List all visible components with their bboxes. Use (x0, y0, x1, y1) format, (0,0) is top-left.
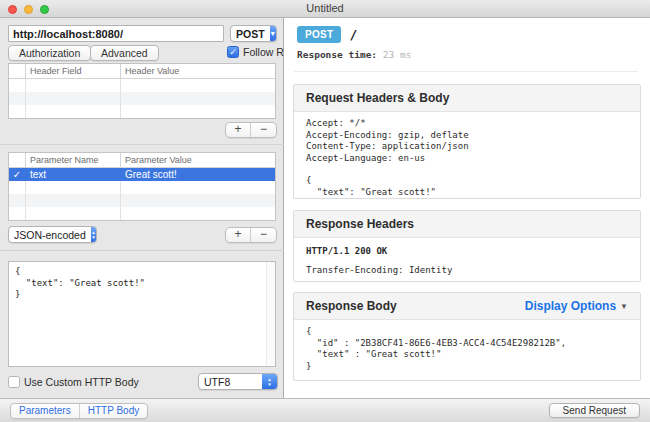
section-divider (0, 144, 284, 145)
method-select[interactable]: POST ▾ (230, 25, 277, 42)
tab-http-body[interactable]: HTTP Body (79, 404, 148, 418)
response-panel: POST / Response time: 23 ms Request Head… (284, 18, 650, 398)
headers-add-remove-buttons: + − (225, 122, 277, 138)
headers-table: Header Field Header Value (8, 63, 276, 119)
stepper-arrows-icon: ▲ ▼ (262, 374, 277, 389)
use-custom-body-checkbox[interactable]: Use Custom HTTP Body (8, 376, 139, 388)
section-title: Request Headers & Body (306, 91, 449, 105)
request-headers-content: Accept: */* Accept-Encoding: gzip, defla… (294, 112, 640, 199)
footer-bar: Parameters HTTP Body Send Request (0, 398, 650, 422)
remove-header-button[interactable]: − (251, 123, 276, 137)
table-row[interactable] (9, 92, 275, 105)
authorization-button[interactable]: Authorization (8, 45, 91, 61)
tab-parameters[interactable]: Parameters (11, 404, 79, 418)
checkbox-unchecked-icon (8, 376, 20, 388)
http-body-preview-text: { "text": "Great scott!" } (9, 262, 275, 305)
chevron-down-icon: ▾ (270, 26, 276, 41)
url-input[interactable] (8, 25, 224, 42)
table-row[interactable] (9, 194, 275, 207)
scrollbar[interactable] (266, 262, 275, 366)
headers-checkbox-column[interactable] (9, 64, 26, 78)
parameter-name-column-header[interactable]: Parameter Name (26, 153, 121, 167)
remove-parameter-button[interactable]: − (251, 228, 276, 242)
display-options-label: Display Options (525, 299, 616, 313)
charset-select-value: UTF8 (199, 376, 262, 388)
encoding-select-value: JSON-encoded (9, 229, 91, 241)
table-row-selected[interactable]: ✓ text Great scott! (9, 168, 275, 181)
method-badge: POST (297, 26, 341, 43)
request-headers-section: Request Headers & Body Accept: */* Accep… (293, 84, 641, 199)
add-parameter-button[interactable]: + (226, 228, 251, 242)
method-select-value: POST (231, 28, 270, 40)
headers-table-header: Header Field Header Value (9, 64, 275, 79)
display-options-dropdown[interactable]: Display Options ▼ (525, 299, 628, 313)
encoding-select[interactable]: JSON-encoded ▲ ▼ (8, 226, 97, 243)
table-row[interactable] (9, 207, 275, 220)
minimize-window-button[interactable] (24, 5, 33, 14)
stepper-arrows-icon: ▲ ▼ (91, 227, 96, 242)
caret-down-icon: ▼ (620, 302, 628, 311)
response-body-section-header: Response Body Display Options ▼ (294, 293, 640, 320)
response-body-text: { "id" : "2B38CF41-86E6-4EB3-ACC4-4C54E2… (306, 326, 628, 372)
request-headers-text: Accept: */* Accept-Encoding: gzip, defla… (306, 118, 628, 164)
request-body-text: { "text": "Great scott!" } (306, 175, 628, 199)
use-custom-body-label: Use Custom HTTP Body (24, 376, 139, 388)
close-window-button[interactable] (8, 5, 17, 14)
parameter-value-column-header[interactable]: Parameter Value (121, 153, 275, 167)
parameters-table-header: Parameter Name Parameter Value (9, 153, 275, 168)
response-body-section: Response Body Display Options ▼ { "id" :… (293, 292, 641, 381)
response-time-value: 23 ms (383, 49, 412, 60)
divider (294, 71, 638, 72)
request-path: / (349, 27, 357, 42)
table-row[interactable] (9, 181, 275, 194)
window-controls (8, 5, 49, 14)
table-row[interactable] (9, 79, 275, 92)
window-title: Untitled (0, 0, 650, 17)
status-line: HTTP/1.1 200 OK (306, 246, 628, 258)
advanced-button[interactable]: Advanced (90, 45, 159, 61)
request-headers-section-header: Request Headers & Body (294, 85, 640, 112)
headers-field-column-header[interactable]: Header Field (26, 64, 121, 78)
send-request-button[interactable]: Send Request (549, 403, 640, 418)
charset-select[interactable]: UTF8 ▲ ▼ (198, 373, 278, 390)
row-enabled-check-icon[interactable]: ✓ (13, 169, 21, 180)
request-summary: POST / (297, 26, 357, 43)
request-builder-panel: POST ▾ Authorization Advanced ✓ Follow R… (0, 18, 284, 398)
response-headers-section: Response Headers HTTP/1.1 200 OK Transfe… (293, 210, 641, 282)
parameter-value-cell: Great scott! (121, 168, 275, 181)
response-body-content: { "id" : "2B38CF41-86E6-4EB3-ACC4-4C54E2… (294, 320, 640, 378)
add-header-button[interactable]: + (226, 123, 251, 137)
parameters-add-remove-buttons: + − (225, 227, 277, 243)
parameter-name-cell: text (26, 168, 121, 181)
response-headers-content: HTTP/1.1 200 OK Transfer-Encoding: Ident… (294, 238, 640, 282)
checkbox-checked-icon: ✓ (227, 46, 239, 58)
response-headers-text: Transfer-Encoding: Identity (306, 265, 628, 277)
parameters-table: Parameter Name Parameter Value ✓ text Gr… (8, 152, 276, 221)
section-title: Response Body (306, 299, 397, 313)
main-content: POST ▾ Authorization Advanced ✓ Follow R… (0, 18, 650, 398)
title-bar: Untitled (0, 0, 650, 18)
response-time: Response time: 23 ms (297, 49, 411, 60)
section-title: Response Headers (306, 217, 414, 231)
response-headers-section-header: Response Headers (294, 211, 640, 238)
table-row[interactable] (9, 105, 275, 118)
headers-value-column-header[interactable]: Header Value (121, 64, 275, 78)
zoom-window-button[interactable] (40, 5, 49, 14)
section-divider (0, 250, 284, 251)
http-body-editor[interactable]: { "text": "Great scott!" } (8, 261, 276, 367)
response-time-label: Response time: (297, 49, 377, 60)
view-tabs: Parameters HTTP Body (10, 403, 148, 419)
parameters-checkbox-column[interactable] (9, 153, 26, 167)
